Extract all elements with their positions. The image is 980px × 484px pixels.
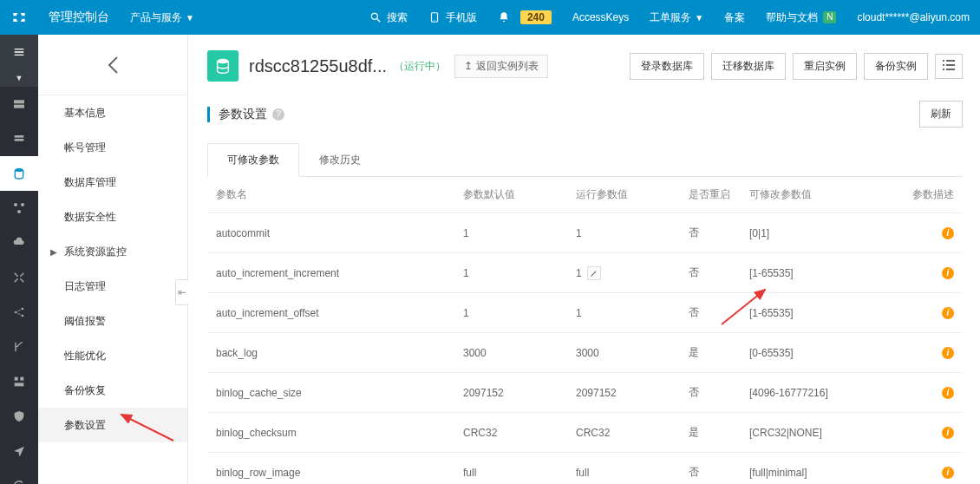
running-value: CRC32 (576, 427, 610, 439)
console-link[interactable]: 管理控制台 (38, 0, 120, 35)
sidenav-label: 数据库管理 (64, 175, 116, 190)
migrate-db-button[interactable]: 迁移数据库 (711, 53, 786, 80)
rail-scale[interactable] (0, 260, 38, 295)
list-view-button[interactable] (935, 54, 963, 79)
table-row: binlog_cache_size20971522097152否[4096-16… (207, 372, 963, 412)
collapse-icon: ⇤ (178, 286, 186, 298)
logo[interactable] (0, 0, 38, 35)
cell-running: 1 (576, 227, 689, 239)
cell-range: [0|1] (749, 227, 910, 239)
svg-rect-7 (15, 139, 24, 141)
help-icon[interactable]: ? (272, 108, 284, 121)
products-dropdown[interactable]: 产品与服务▼ (120, 0, 205, 35)
side-back[interactable] (38, 35, 187, 95)
sidenav-item-5[interactable]: 日志管理 (38, 269, 187, 304)
cell-running: 3000 (576, 347, 689, 359)
info-icon[interactable]: i (942, 227, 954, 239)
sidenav-item-8[interactable]: 备份恢复 (38, 373, 187, 408)
rail-home[interactable] (0, 87, 38, 121)
cell-restart: 否 (689, 265, 749, 280)
sidenav-item-1[interactable]: 帐号管理 (38, 130, 187, 165)
database-icon (213, 56, 232, 75)
caret-down-icon: ▼ (16, 74, 23, 82)
refresh-button[interactable]: 刷新 (919, 101, 963, 128)
page-title: rdscc81255u8df... (249, 56, 387, 76)
table-row: back_log30003000是[0-65535]i (207, 332, 963, 372)
rail-send[interactable] (0, 434, 38, 468)
page-header: rdscc81255u8df... （运行中） ↥ 返回实例列表 登录数据库 迁… (207, 50, 963, 82)
ticket-dropdown[interactable]: 工单服务▼ (639, 0, 714, 35)
help-dropdown[interactable]: 帮助与文档N (755, 0, 846, 35)
cell-range: [full|minimal] (749, 467, 910, 479)
collapse-toggle[interactable]: ⇤ (175, 279, 189, 305)
beian-link[interactable]: 备案 (714, 0, 755, 35)
running-value: 1 (576, 227, 582, 239)
cell-desc: i (910, 346, 954, 359)
sidenav-label: 性能优化 (64, 349, 106, 363)
col-header-name: 参数名 (216, 187, 463, 202)
expand-icon (12, 271, 26, 285)
mobile-icon (428, 11, 441, 23)
cell-restart: 否 (689, 226, 749, 240)
rail-cloud[interactable] (0, 226, 38, 260)
shield-icon (12, 409, 26, 423)
sidenav-item-6[interactable]: 阈值报警 (38, 304, 187, 338)
status-badge: （运行中） (394, 59, 446, 74)
rail-collapse[interactable]: ▼ (0, 69, 38, 87)
info-icon[interactable]: i (942, 347, 954, 359)
rail-dashboard[interactable] (0, 364, 38, 399)
send-icon (12, 444, 26, 458)
svg-point-11 (17, 210, 21, 213)
rail-menu[interactable] (0, 35, 38, 69)
info-icon[interactable]: i (942, 307, 954, 319)
notifications[interactable]: 240 (487, 0, 562, 35)
rail-db[interactable] (0, 121, 38, 156)
return-button[interactable]: ↥ 返回实例列表 (454, 55, 548, 78)
info-icon[interactable]: i (942, 467, 954, 479)
login-db-button[interactable]: 登录数据库 (630, 53, 704, 80)
cell-restart: 是 (689, 425, 749, 440)
rail-shield[interactable] (0, 399, 38, 434)
sidenav-item-9[interactable]: 参数设置 (38, 408, 187, 442)
tab-history[interactable]: 修改历史 (299, 143, 381, 177)
rail-refresh[interactable] (0, 468, 38, 484)
rail-rds[interactable] (0, 156, 38, 191)
cell-default: 1 (463, 227, 576, 239)
rail-share[interactable] (0, 295, 38, 330)
branch-icon (12, 340, 26, 354)
cell-desc: i (910, 266, 954, 279)
rail-branch[interactable] (0, 330, 38, 364)
mobile-link[interactable]: 手机版 (418, 0, 487, 35)
cell-name: auto_increment_offset (216, 307, 463, 319)
param-table: 参数名 参数默认值 运行参数值 是否重启 可修改参数值 参数描述 autocom… (207, 177, 963, 484)
info-icon[interactable]: i (942, 267, 954, 279)
restart-instance-button[interactable]: 重启实例 (793, 53, 857, 80)
grid-icon (12, 375, 26, 389)
svg-point-8 (15, 168, 23, 172)
cell-restart: 是 (689, 345, 749, 360)
table-row: auto_increment_increment11否[1-65535]i (207, 252, 963, 292)
table-row: binlog_row_imagefullfull否[full|minimal]i (207, 452, 963, 484)
sidenav-item-7[interactable]: 性能优化 (38, 338, 187, 373)
info-icon[interactable]: i (942, 427, 954, 439)
sidenav-item-2[interactable]: 数据库管理 (38, 165, 187, 199)
cell-desc: i (910, 386, 954, 399)
svg-rect-15 (15, 377, 18, 381)
sidenav-item-4[interactable]: ▶系统资源监控 (38, 234, 187, 269)
accesskeys-link[interactable]: AccessKeys (562, 0, 639, 35)
search-link[interactable]: 搜索 (359, 0, 418, 35)
info-icon[interactable]: i (942, 387, 954, 399)
col-header-running: 运行参数值 (576, 187, 689, 202)
cell-name: back_log (216, 347, 463, 359)
backup-instance-button[interactable]: 备份实例 (864, 53, 928, 80)
sidenav-label: 备份恢复 (64, 383, 106, 398)
sidenav-item-0[interactable]: 基本信息 (38, 95, 187, 130)
main-content: rdscc81255u8df... （运行中） ↥ 返回实例列表 登录数据库 迁… (188, 35, 980, 484)
cloud-icon (12, 236, 26, 250)
user-menu[interactable]: cloudt******@aliyun.com (846, 0, 980, 35)
edit-icon[interactable] (587, 266, 601, 280)
rail-network[interactable] (0, 191, 38, 226)
sidenav-item-3[interactable]: 数据安全性 (38, 199, 187, 234)
tab-editable[interactable]: 可修改参数 (207, 143, 299, 177)
cell-range: [1-65535] (749, 267, 910, 279)
